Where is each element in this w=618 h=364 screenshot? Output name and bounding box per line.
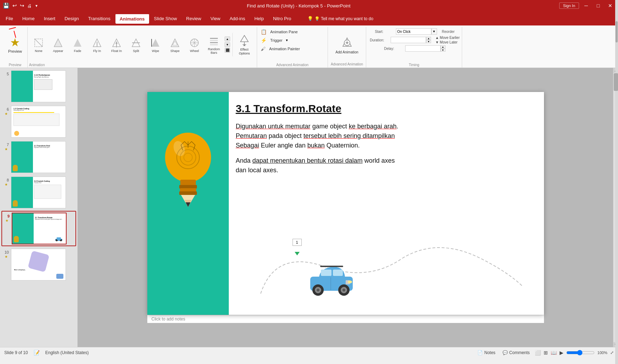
animation-indicator [295,252,300,255]
menu-nitropro[interactable]: Nitro Pro [269,14,295,23]
slide-info: Slide 9 of 10 [4,350,28,355]
anim-split-label: Split [133,49,139,53]
svg-rect-50 [179,185,197,189]
view-reading[interactable]: 📖 [551,350,557,356]
save-icon[interactable]: 💾 [3,2,10,9]
view-slide-sorter[interactable]: ⊞ [544,350,548,356]
effect-options-label: Effect Options [236,48,253,56]
notes-label: Notes [484,350,495,355]
trigger-button[interactable]: ⚡ Trigger ▼ [259,37,290,44]
start-input[interactable] [396,28,431,35]
redo-icon[interactable]: ↪ [20,2,24,9]
svg-point-68 [348,281,352,283]
effect-options-icon [239,34,250,48]
delay-up[interactable]: ▲ [441,45,446,48]
comments-icon: 💬 [503,350,508,355]
anim-shape[interactable]: Shape [165,35,185,54]
svg-point-37 [165,133,211,182]
slide-thumb-8[interactable]: 8 ★ 3.2 Contoh Coding Transform.Find [1,175,76,209]
maximize-button[interactable]: □ [593,2,603,10]
slide-thumb-9[interactable]: 9 ★ 3.1 Transform.Rotate Digunakan untuk… [1,211,76,246]
menu-home[interactable]: Home [18,14,39,23]
menu-help[interactable]: Help [250,14,268,23]
anim-flyin[interactable]: Fly In [87,35,107,54]
preview-button[interactable]: ★ Preview [6,34,24,56]
menu-insert[interactable]: Insert [40,14,60,23]
anim-randombars[interactable]: Random Bars [204,33,223,56]
delay-down[interactable]: ▼ [441,48,446,52]
view-slideshow[interactable]: ▶ [560,350,563,356]
print-icon[interactable]: 🖨 [27,3,32,8]
dropdown-icon[interactable]: ▼ [35,4,38,8]
anim-wipe[interactable]: Wipe [146,35,165,54]
slide-star-10: ★ [5,255,8,259]
add-animation-button[interactable]: Add Animation [334,28,360,62]
anim-appear[interactable]: Appear [49,35,68,54]
menu-addins[interactable]: Add-ins [225,14,249,23]
slide-num-10: 10 [3,249,9,254]
move-earlier-button[interactable]: ▲ Move Earlier [435,36,460,40]
delay-input[interactable] [405,45,441,52]
svg-marker-28 [243,44,245,46]
svg-rect-21 [210,38,218,39]
anim-none[interactable]: None [29,35,48,54]
animation-painter-label: Animation Painter [269,47,300,51]
duration-down[interactable]: ▼ [426,40,431,43]
menu-tellme[interactable]: 💡 💡 Tell me what you want to do [303,14,378,23]
menu-file[interactable]: File [1,14,17,23]
animation-pane-button[interactable]: 📋 Animation Pane [259,28,299,35]
notes-button[interactable]: 📄 Notes [475,349,497,356]
svg-rect-49 [180,180,196,185]
svg-marker-9 [115,41,118,44]
window-title: Find and Rotate (Unity) - Kelompok 5 - P… [38,3,559,8]
anim-wheel[interactable]: Wheel [185,35,204,54]
menu-animations[interactable]: Animations [115,13,149,24]
sign-in-button[interactable]: Sign In [559,2,579,9]
menu-view[interactable]: View [206,14,225,23]
minimize-button[interactable]: ─ [581,2,591,10]
anim-scroll-more[interactable]: ⬛ [225,48,230,53]
duration-input[interactable] [391,37,426,43]
slide-thumb-10[interactable]: 10 ★ Materi selanjutnya... [1,248,76,282]
click-to-add-notes[interactable]: Click to add notes [147,315,544,323]
slide-num-7: 7 [3,142,9,147]
anim-scroll-down[interactable]: ▼ [225,42,230,47]
slide-thumb-5[interactable]: 5 1.3.2 Pembelajaran BunnyFight dan Acce… [1,69,76,103]
quick-access-toolbar[interactable]: 💾 ↩ ↪ 🖨 ▼ [3,2,38,9]
slide-thumb-7[interactable]: 7 ★ 3.1 Transform.Find Digunakan untuk m… [1,140,76,174]
star-preview-icon: ★ [10,36,20,49]
add-animation-label: Add Animation [335,50,358,54]
anim-randombars-label: Random Bars [206,47,222,54]
anim-fade[interactable]: Fade [68,35,87,54]
menu-review[interactable]: Review [182,14,206,23]
animation-number: 1 [293,239,302,246]
slide-star-9: ★ [5,219,8,223]
view-normal[interactable]: ⬜ [535,350,541,356]
zoom-slider[interactable] [566,350,595,356]
duration-up[interactable]: ▲ [426,37,431,40]
start-dropdown[interactable]: ▼ [431,28,437,35]
anim-scroll-up[interactable]: ▲ [225,36,230,41]
anim-split[interactable]: Split [126,35,146,54]
svg-rect-22 [210,40,218,41]
trigger-label: Trigger [270,38,282,42]
fit-slide[interactable]: ⤢ [610,350,614,355]
svg-rect-57 [320,266,343,267]
menu-transitions[interactable]: Transitions [84,14,115,23]
animation-painter-button[interactable]: 🖌 Animation Painter [259,45,301,52]
menu-design[interactable]: Design [60,14,83,23]
comments-button[interactable]: 💬 Comments [500,349,532,356]
anim-floatin[interactable]: Float In [107,35,126,54]
svg-line-1 [35,39,42,47]
close-button[interactable]: ✕ [605,2,615,10]
animation-painter-icon: 🖌 [261,46,266,52]
effect-options-button[interactable]: Effect Options [232,33,255,57]
svg-point-66 [342,289,345,291]
spell-check-icon[interactable]: 📝 [34,350,40,356]
slide-star-6: ★ [5,112,8,116]
move-later-button[interactable]: ▼ Move Later [435,40,460,44]
menu-slideshow[interactable]: Slide Show [150,14,181,23]
anim-flyin-label: Fly In [93,49,101,53]
slide-thumb-6[interactable]: 6 ★ 1.2 Contoh Coding GameObjects Find [1,105,76,139]
undo-icon[interactable]: ↩ [12,2,17,9]
